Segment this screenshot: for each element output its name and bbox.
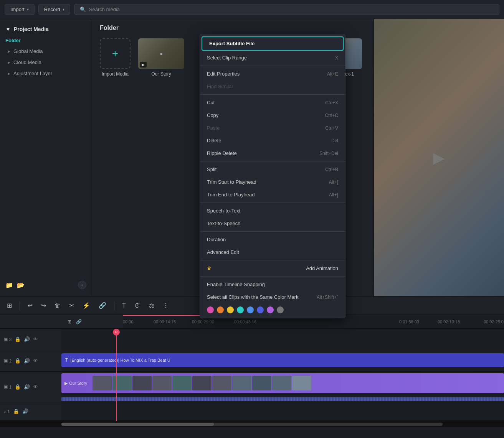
- timeline-more-btn[interactable]: ⋮: [160, 300, 171, 311]
- ctx-trim-start-shortcut: Alt+[: [329, 179, 338, 185]
- our-story-item[interactable]: ■ ▶ Our Story: [138, 38, 184, 77]
- track-2-lock-btn[interactable]: 🔒: [15, 358, 21, 364]
- track-2-icon: ▣: [4, 358, 8, 363]
- ctx-speech-to-text-label: Speech-to-Text: [207, 208, 240, 214]
- import-media-add-button[interactable]: +: [100, 38, 131, 69]
- record-arrow-icon: ▾: [63, 7, 64, 12]
- track-3-lock-btn[interactable]: 🔒: [15, 336, 21, 342]
- track-row-3: ▣ 3 🔒 🔊 👁: [0, 329, 504, 350]
- import-arrow-icon: ▾: [27, 7, 29, 12]
- ctx-select-clip-range[interactable]: Select Clip Range X: [200, 51, 345, 64]
- time-mark-3: 00:00:43:16: [234, 319, 256, 324]
- video-clip[interactable]: ▶ Our Story: [61, 373, 504, 393]
- track-2-label: ▣ 2: [4, 358, 12, 363]
- ctx-export-subtitle[interactable]: Export Subtitle File: [202, 36, 344, 51]
- sidebar-item-cloud-media[interactable]: ▶ Cloud Media: [0, 57, 92, 68]
- track-row-audio: ♪ 1 🔒 🔊: [0, 402, 504, 421]
- search-placeholder: Search media: [89, 7, 120, 12]
- search-bar[interactable]: 🔍 Search media: [74, 4, 499, 15]
- timeline-eq-btn[interactable]: ⚖: [147, 300, 157, 311]
- sidebar-collapse-button[interactable]: ‹: [78, 281, 86, 289]
- top-bar: Import ▾ Record ▾ 🔍 Search media: [0, 0, 504, 19]
- ctx-trim-end-shortcut: Alt+]: [329, 192, 338, 198]
- timeline-timer-btn[interactable]: ⏱: [132, 301, 143, 311]
- track-1-lock-btn[interactable]: 🔒: [15, 384, 21, 390]
- timeline-split-btn[interactable]: ⚡: [80, 300, 93, 311]
- timeline-scrollbar-thumb[interactable]: [61, 423, 214, 426]
- subtitle-clip[interactable]: T [English (auto-generated)] How To MIX …: [61, 353, 504, 367]
- track-1-eye-btn[interactable]: 👁: [33, 384, 38, 390]
- ctx-cut[interactable]: Cut Ctrl+X: [200, 96, 345, 109]
- audio-track-lock-btn[interactable]: 🔒: [13, 408, 19, 414]
- ctx-trim-start-label: Trim Start to Playhead: [207, 179, 256, 185]
- ctx-divider-2: [200, 94, 345, 95]
- ctx-delete[interactable]: Delete Del: [200, 134, 345, 147]
- sidebar-item-global-media[interactable]: ▶ Global Media: [0, 46, 92, 57]
- ctx-delete-label: Delete: [207, 138, 221, 143]
- timeline-link-btn[interactable]: 🔗: [74, 318, 84, 326]
- timeline-scrollbar[interactable]: [0, 421, 504, 427]
- ctx-advanced-edit-label: Advanced Edit: [207, 249, 239, 255]
- import-media-item[interactable]: + Import Media: [100, 38, 131, 77]
- color-dot-yellow[interactable]: [227, 306, 234, 313]
- preview-thumbnail: ▶: [374, 19, 504, 296]
- ctx-ripple-delete[interactable]: Ripple Delete Shift+Del: [200, 147, 345, 160]
- track-2-content: T [English (auto-generated)] How To MIX …: [61, 350, 504, 371]
- sidebar-arrow-icon: ▼: [5, 26, 11, 32]
- ctx-ripple-delete-shortcut: Shift+Del: [319, 151, 338, 156]
- color-dot-pink[interactable]: [207, 306, 214, 313]
- import-button[interactable]: Import ▾: [5, 4, 35, 15]
- plus-icon: +: [112, 48, 118, 60]
- ctx-speech-to-text[interactable]: Speech-to-Text: [200, 204, 345, 217]
- ctx-trim-start[interactable]: Trim Start to Playhead Alt+[: [200, 176, 345, 188]
- color-dot-purple[interactable]: [267, 306, 274, 313]
- video-clip-label: ▶ Our Story: [64, 375, 311, 392]
- sidebar-title: ▼ Project Media: [0, 23, 92, 35]
- ctx-select-same-color[interactable]: Select all Clips with the Same Color Mar…: [200, 291, 345, 303]
- ctx-split[interactable]: Split Ctrl+B: [200, 163, 345, 176]
- sidebar-cloud-arrow-icon: ▶: [8, 61, 10, 64]
- track-3-icon: ▣: [4, 337, 8, 342]
- timeline-scissors-btn[interactable]: ✂: [67, 300, 76, 311]
- ctx-duration[interactable]: Duration: [200, 233, 345, 246]
- track-2-eye-btn[interactable]: 👁: [33, 358, 38, 364]
- color-dot-orange[interactable]: [217, 306, 224, 313]
- ctx-divider-6: [200, 260, 345, 260]
- ctx-edit-properties-label: Edit Properties: [207, 71, 240, 77]
- ctx-add-animation[interactable]: ♛ Add Animation: [200, 262, 345, 275]
- audio-track-audio-btn[interactable]: 🔊: [22, 408, 28, 414]
- preview-panel: ▶: [373, 19, 504, 296]
- timeline-undo-btn[interactable]: ↩: [25, 300, 35, 311]
- timeline-unlink-btn[interactable]: 🔗: [96, 300, 109, 311]
- playhead-indicator[interactable]: ✂: [113, 329, 120, 336]
- ctx-advanced-edit[interactable]: Advanced Edit: [200, 246, 345, 259]
- color-dot-blue[interactable]: [247, 306, 254, 313]
- time-mark-5: 00:02:10:18: [438, 319, 460, 324]
- ctx-duration-label: Duration: [207, 237, 226, 242]
- crown-icon: ♛: [207, 265, 212, 271]
- track-1-audio-btn[interactable]: 🔊: [24, 384, 30, 390]
- sidebar-import-folder-btn[interactable]: 📁: [5, 282, 13, 289]
- ctx-copy[interactable]: Copy Ctrl+C: [200, 109, 345, 122]
- time-mark-6: 00:02:25:0: [484, 319, 504, 324]
- sidebar-item-adjustment-layer[interactable]: ▶ Adjustment Layer: [0, 68, 92, 79]
- sidebar-new-folder-btn[interactable]: 📂: [17, 282, 25, 289]
- color-dot-gray[interactable]: [277, 306, 284, 313]
- our-story-thumb: ■ ▶: [138, 38, 184, 69]
- track-2-audio-btn[interactable]: 🔊: [24, 358, 30, 364]
- record-button[interactable]: Record ▾: [38, 4, 70, 15]
- ctx-enable-snapping[interactable]: Enable Timeline Snapping: [200, 278, 345, 291]
- timeline-grid-btn[interactable]: ⊞: [5, 300, 14, 311]
- timeline-redo-btn[interactable]: ↪: [39, 300, 48, 311]
- timeline-delete-btn[interactable]: 🗑: [52, 301, 63, 311]
- track-3-eye-btn[interactable]: 👁: [33, 336, 38, 342]
- timeline-text-btn[interactable]: T: [120, 301, 128, 311]
- color-dot-dark-blue[interactable]: [257, 306, 264, 313]
- ctx-edit-properties[interactable]: Edit Properties Alt+E: [200, 68, 345, 80]
- track-3-audio-btn[interactable]: 🔊: [24, 336, 30, 342]
- color-dot-teal[interactable]: [237, 306, 244, 313]
- timeline-add-track-btn[interactable]: ⊞: [65, 318, 74, 326]
- ctx-text-to-speech[interactable]: Text-to-Speech: [200, 217, 345, 230]
- ctx-trim-end[interactable]: Trim End to Playhead Alt+]: [200, 188, 345, 201]
- ctx-delete-shortcut: Del: [331, 138, 338, 143]
